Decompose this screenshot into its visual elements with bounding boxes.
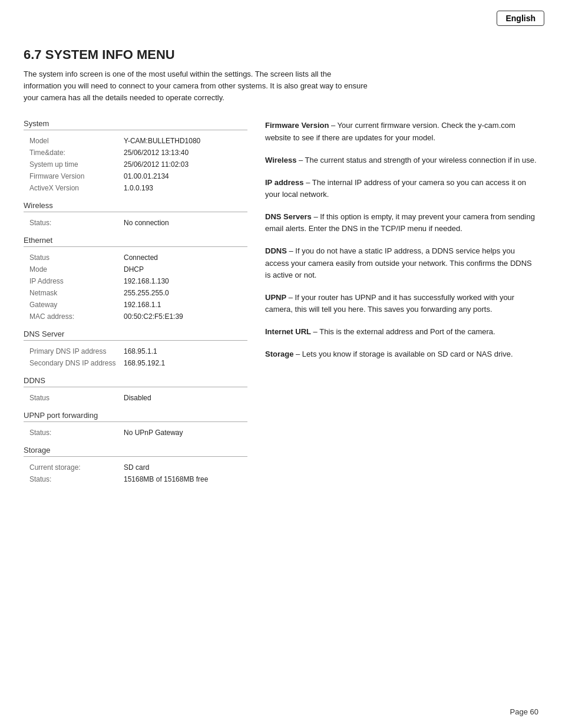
right-item-title-1: Wireless: [265, 156, 296, 164]
info-row-0-0: ModelY-CAM:BULLETHD1080: [24, 135, 247, 147]
info-label-3-0: Primary DNS IP address: [29, 347, 124, 355]
right-item-title-6: Internet URL: [265, 327, 311, 336]
info-label-0-1: Time&date:: [29, 149, 124, 157]
info-value-3-1: 168.95.192.1: [124, 359, 165, 367]
info-label-0-2: System up time: [29, 160, 124, 169]
group-header-2: Ethernet: [24, 233, 247, 245]
info-row-2-4: Gateway192.168.1.1: [24, 299, 247, 311]
info-value-1-0: No connection: [124, 219, 169, 227]
group-header-5: UPNP port forwarding: [24, 409, 247, 420]
info-row-2-3: Netmask255.255.255.0: [24, 287, 247, 299]
info-row-1-0: Status:No connection: [24, 217, 247, 229]
page-container: English 6.7 SYSTEM INFO MENU The system …: [0, 0, 562, 728]
right-item-3: DNS Servers – If this option is empty, i…: [265, 211, 538, 235]
info-row-6-1: Status:15168MB of 15168MB free: [24, 473, 247, 485]
info-label-0-3: Firmware Version: [29, 172, 124, 180]
info-group-0: SystemModelY-CAM:BULLETHD1080Time&date:2…: [24, 117, 247, 194]
group-header-3: DNS Server: [24, 327, 247, 338]
info-value-2-4: 192.168.1.1: [124, 301, 161, 309]
info-label-2-4: Gateway: [29, 301, 124, 309]
group-header-4: DDNS: [24, 374, 247, 385]
left-panel: SystemModelY-CAM:BULLETHD1080Time&date:2…: [24, 117, 247, 490]
page-number: Page 60: [510, 707, 538, 716]
info-value-4-0: Disabled: [124, 394, 151, 402]
right-item-title-2: IP address: [265, 178, 304, 187]
info-group-6: StorageCurrent storage:SD cardStatus:151…: [24, 443, 247, 485]
main-content: SystemModelY-CAM:BULLETHD1080Time&date:2…: [24, 117, 538, 490]
info-value-0-2: 25/06/2012 11:02:03: [124, 160, 189, 169]
info-label-2-0: Status: [29, 253, 124, 262]
info-label-3-1: Secondary DNS IP address: [29, 359, 124, 367]
section-number: 6.7: [24, 47, 42, 62]
right-item-title-4: DDNS: [265, 246, 287, 255]
right-panel: Firmware Version – Your current firmware…: [265, 117, 538, 490]
info-value-5-0: No UPnP Gateway: [124, 429, 183, 437]
info-row-0-1: Time&date:25/06/2012 13:13:40: [24, 147, 247, 159]
right-item-7: Storage – Lets you know if storage is av…: [265, 348, 538, 360]
info-row-0-4: ActiveX Version1.0.0.193: [24, 182, 247, 194]
info-label-2-3: Netmask: [29, 289, 124, 297]
info-group-1: WirelessStatus:No connection: [24, 199, 247, 229]
info-row-3-0: Primary DNS IP address168.95.1.1: [24, 345, 247, 357]
section-title: 6.7 SYSTEM INFO MENU: [24, 47, 538, 62]
right-item-1: Wireless – The current status and streng…: [265, 154, 538, 166]
info-row-4-0: StatusDisabled: [24, 392, 247, 404]
info-label-5-0: Status:: [29, 429, 124, 437]
right-item-6: Internet URL – This is the external addr…: [265, 326, 538, 338]
info-row-0-3: Firmware Version01.00.01.2134: [24, 170, 247, 182]
info-label-0-0: Model: [29, 137, 124, 145]
info-row-2-2: IP Address192.168.1.130: [24, 275, 247, 287]
info-row-3-1: Secondary DNS IP address168.95.192.1: [24, 357, 247, 369]
info-value-6-0: SD card: [124, 463, 149, 472]
info-value-0-1: 25/06/2012 13:13:40: [124, 149, 189, 157]
info-label-2-1: Mode: [29, 265, 124, 274]
right-item-4: DDNS – If you do not have a static IP ad…: [265, 245, 538, 281]
info-value-0-0: Y-CAM:BULLETHD1080: [124, 137, 200, 145]
info-value-2-1: DHCP: [124, 265, 144, 274]
right-item-0: Firmware Version – Your current firmware…: [265, 120, 538, 143]
info-label-4-0: Status: [29, 394, 124, 402]
right-item-title-5: UPNP: [265, 293, 286, 302]
group-header-6: Storage: [24, 443, 247, 454]
info-label-2-2: IP Address: [29, 277, 124, 285]
info-row-0-2: System up time25/06/2012 11:02:03: [24, 159, 247, 170]
info-value-2-0: Connected: [124, 253, 158, 262]
right-item-title-3: DNS Servers: [265, 212, 312, 221]
info-value-6-1: 15168MB of 15168MB free: [124, 475, 208, 483]
info-label-6-1: Status:: [29, 475, 124, 483]
info-label-6-0: Current storage:: [29, 463, 124, 472]
right-item-title-7: Storage: [265, 350, 293, 358]
info-row-2-0: StatusConnected: [24, 252, 247, 263]
info-group-2: EthernetStatusConnectedModeDHCPIP Addres…: [24, 233, 247, 322]
info-group-4: DDNSStatusDisabled: [24, 374, 247, 404]
right-item-2: IP address – The internal IP address of …: [265, 177, 538, 200]
info-label-0-4: ActiveX Version: [29, 184, 124, 192]
info-value-2-5: 00:50:C2:F5:E1:39: [124, 312, 183, 321]
section-heading: SYSTEM INFO MENU: [45, 47, 175, 62]
info-label-2-5: MAC address:: [29, 312, 124, 321]
group-header-1: Wireless: [24, 199, 247, 210]
info-label-1-0: Status:: [29, 219, 124, 227]
right-item-5: UPNP – If your router has UPNP and it ha…: [265, 292, 538, 315]
info-row-2-1: ModeDHCP: [24, 263, 247, 275]
info-row-2-5: MAC address:00:50:C2:F5:E1:39: [24, 311, 247, 322]
group-header-0: System: [24, 117, 247, 128]
info-group-3: DNS ServerPrimary DNS IP address168.95.1…: [24, 327, 247, 369]
info-value-3-0: 168.95.1.1: [124, 347, 157, 355]
info-value-0-4: 1.0.0.193: [124, 184, 153, 192]
info-value-0-3: 01.00.01.2134: [124, 172, 169, 180]
intro-text: The system info screen is one of the mos…: [24, 68, 371, 104]
right-item-title-0: Firmware Version: [265, 121, 329, 130]
info-group-5: UPNP port forwardingStatus:No UPnP Gatew…: [24, 409, 247, 439]
info-value-2-2: 192.168.1.130: [124, 277, 169, 285]
info-row-5-0: Status:No UPnP Gateway: [24, 427, 247, 439]
info-row-6-0: Current storage:SD card: [24, 462, 247, 473]
info-value-2-3: 255.255.255.0: [124, 289, 169, 297]
language-button[interactable]: English: [497, 11, 544, 26]
